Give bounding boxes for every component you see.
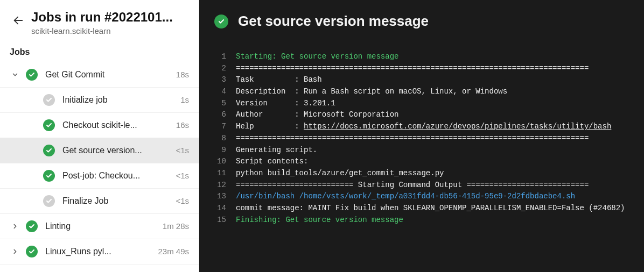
log-line: 6Author : Microsoft Corporation bbox=[199, 109, 644, 121]
log-line-number: 8 bbox=[210, 133, 226, 145]
log-line: 3Task : Bash bbox=[199, 74, 644, 86]
step-name: Get source version... bbox=[62, 146, 171, 155]
job-row[interactable]: Linux_Runs pyl...23m 49s bbox=[0, 239, 199, 264]
log-link[interactable]: https://docs.microsoft.com/azure/devops/… bbox=[304, 122, 611, 131]
page-subtitle: scikit-learn.scikit-learn bbox=[31, 26, 190, 35]
chevron-right-icon[interactable] bbox=[10, 223, 20, 230]
status-icon bbox=[43, 119, 55, 131]
chevron-right-icon[interactable] bbox=[10, 248, 20, 255]
job-list: Get Git Commit18sInitialize job1sCheckou… bbox=[0, 62, 199, 272]
log-line-text: commit message: MAINT Fix build when SKL… bbox=[236, 203, 625, 214]
step-duration: 16s bbox=[176, 120, 189, 130]
log-line-number: 2 bbox=[210, 63, 226, 75]
log-line: 13/usr/bin/bash /home/vsts/work/_temp/a0… bbox=[199, 191, 644, 203]
log-line-text: ========================== Starting Comm… bbox=[236, 180, 589, 191]
log-line: 8=======================================… bbox=[199, 133, 644, 145]
log-line-text: Author : Microsoft Corporation bbox=[236, 109, 398, 121]
status-icon bbox=[43, 145, 55, 156]
job-row[interactable]: Get Git Commit18s bbox=[0, 62, 199, 88]
log-line-number: 6 bbox=[210, 109, 226, 121]
step-name: Checkout scikit-le... bbox=[62, 120, 172, 130]
log-line: 10Script contents: bbox=[199, 156, 644, 168]
job-duration: 23m 49s bbox=[158, 247, 189, 256]
log-line-number: 5 bbox=[210, 98, 226, 110]
job-name: Linting bbox=[45, 221, 158, 231]
log-line-text: Generating script. bbox=[236, 145, 317, 156]
log-line: 14commit message: MAINT Fix build when S… bbox=[199, 203, 644, 214]
back-button[interactable] bbox=[10, 12, 27, 29]
status-icon bbox=[43, 170, 55, 182]
log-line: 2=======================================… bbox=[199, 63, 644, 75]
status-icon bbox=[26, 69, 38, 81]
sidebar-header: Jobs in run #2022101... scikit-learn.sci… bbox=[0, 0, 199, 40]
step-duration: <1s bbox=[176, 196, 189, 205]
step-duration: <1s bbox=[176, 146, 189, 155]
status-icon bbox=[43, 94, 55, 106]
log-line: 4Description : Run a Bash script on macO… bbox=[199, 86, 644, 98]
step-duration: 1s bbox=[180, 95, 189, 104]
step-row[interactable]: Post-job: Checkou...<1s bbox=[0, 163, 199, 189]
chevron-down-icon[interactable] bbox=[10, 71, 20, 78]
log-line-number: 14 bbox=[210, 203, 226, 214]
log-line: 12========================== Starting Co… bbox=[199, 180, 644, 191]
arrow-left-icon bbox=[12, 15, 24, 26]
log-line-text: Finishing: Get source version message bbox=[236, 214, 403, 226]
log-body[interactable]: 1Starting: Get source version message2==… bbox=[199, 35, 644, 272]
log-line-number: 10 bbox=[210, 156, 226, 168]
job-name: Linux_Runs pyl... bbox=[45, 247, 153, 256]
log-line-number: 15 bbox=[210, 214, 226, 226]
log-line-number: 11 bbox=[210, 168, 226, 180]
log-line-text: Help : https://docs.microsoft.com/azure/… bbox=[236, 121, 611, 133]
log-title: Get source version message bbox=[238, 13, 429, 30]
job-row[interactable]: Linting1m 28s bbox=[0, 214, 199, 239]
log-line: 5Version : 3.201.1 bbox=[199, 98, 644, 110]
step-row[interactable]: Checkout scikit-le...16s bbox=[0, 113, 199, 138]
job-duration: 18s bbox=[176, 70, 189, 79]
step-name: Finalize Job bbox=[62, 196, 171, 206]
step-duration: <1s bbox=[176, 171, 189, 180]
log-line-text: Task : Bash bbox=[236, 74, 322, 86]
log-line-number: 4 bbox=[210, 86, 226, 98]
status-icon bbox=[26, 220, 38, 232]
step-name: Initialize job bbox=[62, 95, 176, 105]
status-icon bbox=[26, 246, 38, 257]
log-line: 15Finishing: Get source version message bbox=[199, 214, 644, 226]
log-line-text: Starting: Get source version message bbox=[236, 51, 398, 63]
log-line: 11python build_tools/azure/get_commit_me… bbox=[199, 168, 644, 180]
step-row[interactable]: Get source version...<1s bbox=[0, 138, 199, 163]
log-line-number: 7 bbox=[210, 121, 226, 133]
log-line: 7Help : https://docs.microsoft.com/azure… bbox=[199, 121, 644, 133]
log-line: 9Generating script. bbox=[199, 145, 644, 156]
jobs-section-heading: Jobs bbox=[0, 40, 199, 62]
log-line-number: 12 bbox=[210, 180, 226, 191]
log-header: Get source version message bbox=[199, 0, 644, 35]
log-line: 1Starting: Get source version message bbox=[199, 51, 644, 63]
log-line-number: 1 bbox=[210, 51, 226, 63]
job-duration: 1m 28s bbox=[163, 221, 189, 231]
step-name: Post-job: Checkou... bbox=[62, 171, 171, 181]
status-icon bbox=[43, 195, 55, 207]
step-row[interactable]: Initialize job1s bbox=[0, 88, 199, 113]
job-name: Get Git Commit bbox=[45, 70, 172, 80]
log-line-text: Version : 3.201.1 bbox=[236, 98, 335, 110]
step-row[interactable]: Finalize Job<1s bbox=[0, 189, 199, 214]
log-line-number: 3 bbox=[210, 74, 226, 86]
log-line-number: 13 bbox=[210, 191, 226, 203]
log-line-text: Script contents: bbox=[236, 156, 308, 168]
jobs-sidebar: Jobs in run #2022101... scikit-learn.sci… bbox=[0, 0, 199, 272]
log-line-number: 9 bbox=[210, 145, 226, 156]
log-line-text: python build_tools/azure/get_commit_mess… bbox=[236, 168, 444, 180]
log-line-text: ========================================… bbox=[236, 133, 589, 145]
page-title: Jobs in run #2022101... bbox=[31, 10, 190, 25]
log-panel: Get source version message 1Starting: Ge… bbox=[199, 0, 644, 272]
log-line-text: /usr/bin/bash /home/vsts/work/_temp/a031… bbox=[236, 191, 575, 203]
check-circle-icon bbox=[214, 15, 228, 28]
log-line-text: Description : Run a Bash script on macOS… bbox=[236, 86, 507, 98]
log-line-text: ========================================… bbox=[236, 63, 589, 75]
